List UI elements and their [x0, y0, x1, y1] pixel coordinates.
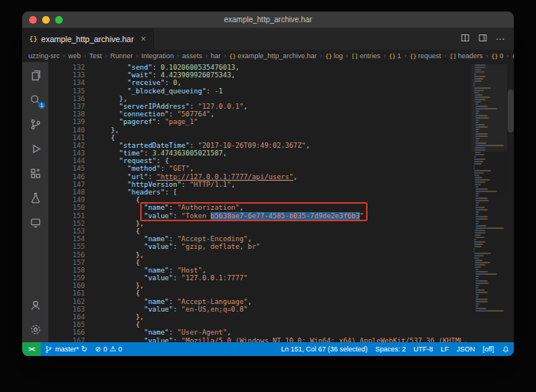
more-actions-button[interactable]: ⋯: [495, 34, 505, 44]
notifications-bell[interactable]: [498, 342, 514, 356]
code-line[interactable]: 139 "pageref": "page_1": [48, 118, 469, 126]
code-line[interactable]: 143 "time": 3.474363005021587,: [48, 149, 469, 157]
line-number[interactable]: 139: [48, 118, 94, 126]
search-button[interactable]: 1: [27, 93, 44, 107]
line-number[interactable]: 133: [48, 71, 94, 79]
breadcrumb-item[interactable]: uzzing-src: [28, 52, 60, 60]
code-line[interactable]: 150 "name": "Authorization",: [48, 204, 469, 211]
source-control-button[interactable]: [27, 117, 44, 132]
line-number[interactable]: 158: [48, 266, 94, 274]
remote-explorer-button[interactable]: [27, 215, 44, 230]
breadcrumb-item[interactable]: assets: [182, 52, 202, 60]
code-line[interactable]: 138 "connection": "507764",: [48, 110, 469, 118]
code-line[interactable]: 161 {: [48, 289, 469, 297]
code-line[interactable]: 149 {: [48, 196, 469, 204]
encoding-indicator[interactable]: UTF-8: [410, 342, 437, 356]
code-line[interactable]: 158 "name": "Host",: [48, 266, 469, 274]
line-number[interactable]: 136: [48, 95, 94, 103]
line-number[interactable]: 132: [48, 64, 94, 71]
line-number[interactable]: 152: [48, 220, 94, 227]
line-number[interactable]: 163: [48, 305, 94, 313]
code-line[interactable]: 148 "headers": [: [48, 188, 469, 196]
line-number[interactable]: 137: [48, 103, 94, 110]
minimap[interactable]: [472, 64, 507, 342]
cursor-position-indicator[interactable]: Ln 151, Col 67 (36 selected): [277, 342, 371, 356]
testing-button[interactable]: [27, 191, 44, 205]
line-number[interactable]: 149: [48, 196, 94, 204]
remote-indicator[interactable]: ><: [22, 342, 41, 356]
code-line[interactable]: 152 },: [48, 220, 469, 227]
line-number[interactable]: 154: [48, 235, 94, 243]
close-window-button[interactable]: [29, 16, 37, 24]
line-number[interactable]: 156: [48, 251, 94, 259]
close-tab-icon[interactable]: ×: [141, 34, 146, 44]
code-line[interactable]: 156 },: [48, 251, 469, 259]
line-number[interactable]: 147: [48, 181, 94, 188]
code-line[interactable]: 167 "value": "Mozilla/5.0 (Windows NT 10…: [48, 337, 469, 342]
breadcrumb-item[interactable]: {}example_http_archive.har: [229, 52, 317, 60]
screencast-indicator[interactable]: [off]: [479, 342, 498, 356]
code-line[interactable]: 141 {: [48, 134, 469, 142]
code-line[interactable]: 135 "_blocked_queueing": -1: [48, 87, 469, 95]
code-line[interactable]: 162 "name": "Accept-Language",: [48, 298, 469, 305]
language-indicator[interactable]: JSON: [453, 342, 479, 356]
code-line[interactable]: 165 {: [48, 321, 469, 328]
line-number[interactable]: 162: [48, 298, 94, 305]
line-number[interactable]: 160: [48, 282, 94, 289]
explorer-button[interactable]: [27, 68, 44, 83]
code-line[interactable]: 140 },: [48, 126, 469, 134]
breadcrumb-item[interactable]: {}request: [410, 52, 441, 60]
code-line[interactable]: 163 "value": "en-US,en;q=0.8": [48, 305, 469, 313]
minimize-window-button[interactable]: [42, 16, 50, 24]
breadcrumb-item[interactable]: har: [211, 52, 221, 60]
line-number[interactable]: 153: [48, 227, 94, 235]
extensions-button[interactable]: [27, 166, 44, 181]
breadcrumb-item[interactable]: {}value: [512, 52, 514, 60]
breadcrumb-item[interactable]: {}log: [325, 52, 343, 60]
eol-indicator[interactable]: LF: [437, 342, 453, 356]
breadcrumb-item[interactable]: []headers: [449, 52, 483, 60]
split-editor-button[interactable]: [460, 32, 470, 46]
indentation-indicator[interactable]: Spaces: 2: [371, 342, 410, 356]
code-line[interactable]: 145 "method": "GET",: [48, 165, 469, 172]
code-line[interactable]: 136 },: [48, 95, 469, 103]
line-number[interactable]: 146: [48, 173, 94, 181]
line-number[interactable]: 167: [48, 337, 94, 342]
line-number[interactable]: 150: [48, 204, 94, 211]
line-number[interactable]: 141: [48, 134, 94, 142]
line-number[interactable]: 148: [48, 188, 94, 196]
breadcrumb-item[interactable]: []entries: [351, 52, 381, 60]
line-number[interactable]: 157: [48, 259, 94, 266]
code-line[interactable]: 155 "value": "gzip, deflate, br": [48, 243, 469, 250]
breadcrumb-item[interactable]: {}1: [389, 52, 401, 60]
line-number[interactable]: 159: [48, 274, 94, 282]
line-number[interactable]: 143: [48, 149, 94, 157]
line-number[interactable]: 142: [48, 142, 94, 149]
line-number[interactable]: 151: [48, 212, 94, 220]
code-line[interactable]: 154 "name": "Accept-Encoding",: [48, 235, 469, 243]
editor-layout-button[interactable]: [478, 32, 488, 46]
accounts-button[interactable]: [27, 298, 44, 312]
code-line[interactable]: 144 "request": {: [48, 157, 469, 165]
breadcrumb-item[interactable]: web: [68, 52, 81, 60]
code-line[interactable]: 159 "value": "127.0.0.1:7777": [48, 274, 469, 282]
line-number[interactable]: 134: [48, 79, 94, 87]
code-line[interactable]: 137 "serverIPAddress": "127.0.0.1",: [48, 103, 469, 110]
code-line[interactable]: 134 "receive": 0,: [48, 79, 469, 87]
branch-indicator[interactable]: master* ↻: [41, 342, 91, 356]
breadcrumb-item[interactable]: Integration: [142, 52, 175, 60]
editor[interactable]: 132 "send": 0.1020600535476013,133 "wait…: [48, 62, 514, 342]
tab-example-http-archive[interactable]: {} example_http_archive.har ×: [22, 28, 154, 50]
line-number[interactable]: 138: [48, 110, 94, 118]
line-number[interactable]: 140: [48, 126, 94, 134]
code-line[interactable]: 142 "startedDateTime": "2017-10-26T09:49…: [48, 142, 469, 149]
breadcrumb-item[interactable]: Test: [90, 52, 103, 60]
code-line[interactable]: 147 "httpVersion": "HTTP/1.1",: [48, 181, 469, 188]
settings-button[interactable]: [27, 322, 44, 337]
code-line[interactable]: 160 },: [48, 282, 469, 289]
zoom-window-button[interactable]: [55, 16, 63, 24]
line-number[interactable]: 144: [48, 157, 94, 165]
code-line[interactable]: 133 "wait": 4.423909926075343,: [48, 71, 469, 79]
line-number[interactable]: 164: [48, 313, 94, 321]
code-line[interactable]: 164 },: [48, 313, 469, 321]
